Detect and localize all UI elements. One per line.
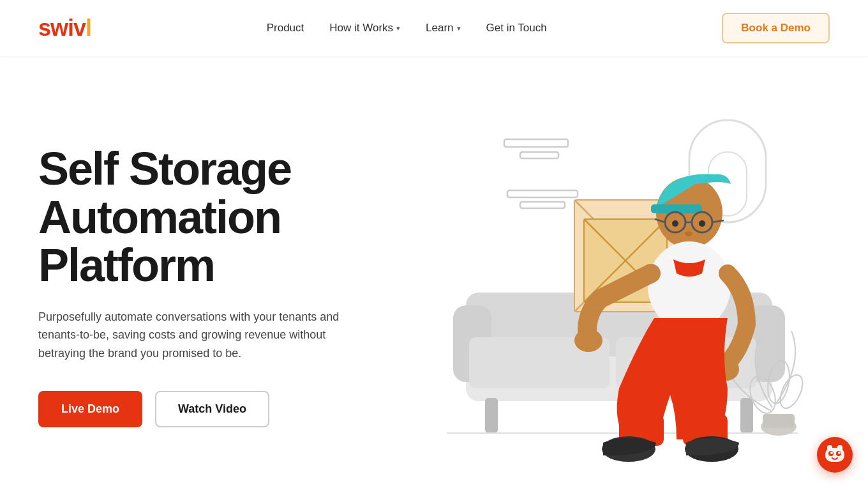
svg-rect-46 [837,445,842,452]
chevron-down-icon: ▾ [396,24,400,33]
hero-description: Purposefully automate conversations with… [38,308,364,363]
svg-rect-3 [520,152,558,158]
svg-point-35 [699,220,705,227]
svg-point-38 [574,329,602,352]
svg-point-36 [685,231,692,236]
nav-item-how-it-works[interactable]: How it Works ▾ [329,22,400,34]
svg-point-50 [838,452,841,454]
navigation: swivl Product How it Works ▾ Learn ▾ Get… [0,0,868,56]
hero-buttons: Live Demo Watch Video [38,391,408,427]
svg-rect-13 [740,398,753,433]
svg-rect-5 [520,202,565,208]
watch-video-button[interactable]: Watch Video [155,391,269,427]
chat-widget[interactable] [817,437,853,473]
svg-rect-4 [507,190,578,197]
svg-rect-45 [827,445,832,452]
svg-point-34 [672,220,678,227]
nav-item-learn[interactable]: Learn ▾ [426,22,460,34]
hero-svg-illustration [415,101,823,471]
svg-rect-12 [485,398,498,433]
chevron-down-icon: ▾ [457,24,461,33]
book-demo-button[interactable]: Book a Demo [722,13,830,43]
hero-section: Self Storage Automation Platform Purpose… [0,56,868,488]
nav-item-product[interactable]: Product [267,22,304,34]
svg-rect-16 [763,414,795,428]
logo-vl: l [86,15,91,41]
svg-rect-2 [504,139,568,147]
chat-widget-icon [823,443,847,467]
logo[interactable]: swivl [38,15,91,42]
hero-text: Self Storage Automation Platform Purpose… [38,145,408,427]
svg-point-49 [830,452,833,454]
live-demo-button[interactable]: Live Demo [38,391,142,427]
nav-item-get-in-touch[interactable]: Get in Touch [486,22,547,34]
hero-illustration [408,95,830,478]
svg-point-37 [648,241,731,331]
hero-title: Self Storage Automation Platform [38,145,408,290]
logo-swi: swiv [38,15,86,41]
nav-links: Product How it Works ▾ Learn ▾ Get in To… [267,22,547,34]
